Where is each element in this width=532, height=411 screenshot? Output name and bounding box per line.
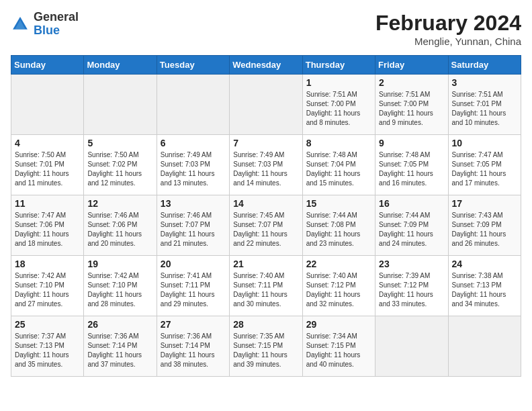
calendar-cell — [157, 75, 229, 135]
weekday-header-thursday: Thursday — [302, 56, 375, 75]
logo-blue: Blue — [34, 24, 60, 37]
day-info: Sunrise: 7:43 AMSunset: 7:09 PMDaylight:… — [452, 211, 517, 248]
day-info: Sunrise: 7:36 AMSunset: 7:14 PMDaylight:… — [87, 332, 152, 369]
logo-general: General — [34, 10, 79, 24]
day-number: 23 — [379, 259, 444, 269]
day-number: 3 — [452, 77, 517, 88]
calendar-cell — [11, 75, 84, 135]
calendar-table: SundayMondayTuesdayWednesdayThursdayFrid… — [11, 55, 521, 377]
day-number: 24 — [452, 259, 517, 269]
day-info: Sunrise: 7:46 AMSunset: 7:06 PMDaylight:… — [87, 211, 152, 248]
day-info: Sunrise: 7:44 AMSunset: 7:08 PMDaylight:… — [306, 211, 371, 248]
day-number: 21 — [233, 259, 298, 269]
weekday-header-monday: Monday — [84, 56, 157, 75]
calendar-cell: 19Sunrise: 7:42 AMSunset: 7:10 PMDayligh… — [84, 256, 157, 316]
page-header: General Blue February 2024 Menglie, Yunn… — [11, 11, 521, 47]
day-info: Sunrise: 7:40 AMSunset: 7:11 PMDaylight:… — [233, 271, 298, 309]
calendar-cell: 16Sunrise: 7:44 AMSunset: 7:09 PMDayligh… — [375, 195, 448, 256]
day-number: 8 — [306, 138, 371, 148]
day-number: 5 — [87, 138, 152, 148]
calendar-cell: 25Sunrise: 7:37 AMSunset: 7:13 PMDayligh… — [11, 316, 84, 377]
logo: General Blue — [11, 11, 79, 38]
calendar-cell: 6Sunrise: 7:49 AMSunset: 7:03 PMDaylight… — [157, 135, 229, 195]
day-info: Sunrise: 7:39 AMSunset: 7:12 PMDaylight:… — [379, 271, 444, 309]
calendar-cell — [375, 316, 448, 377]
calendar-cell: 1Sunrise: 7:51 AMSunset: 7:00 PMDaylight… — [302, 75, 375, 135]
day-number: 29 — [306, 319, 371, 330]
day-info: Sunrise: 7:36 AMSunset: 7:14 PMDaylight:… — [161, 332, 226, 369]
day-number: 14 — [233, 198, 298, 209]
day-info: Sunrise: 7:49 AMSunset: 7:03 PMDaylight:… — [161, 150, 226, 188]
calendar-cell — [230, 75, 302, 135]
day-info: Sunrise: 7:42 AMSunset: 7:10 PMDaylight:… — [87, 271, 152, 309]
calendar-cell: 9Sunrise: 7:48 AMSunset: 7:05 PMDaylight… — [375, 135, 448, 195]
calendar-cell: 18Sunrise: 7:42 AMSunset: 7:10 PMDayligh… — [11, 256, 84, 316]
day-number: 28 — [233, 319, 298, 330]
day-info: Sunrise: 7:47 AMSunset: 7:05 PMDaylight:… — [452, 150, 517, 188]
weekday-header-wednesday: Wednesday — [230, 56, 302, 75]
weekday-header-row: SundayMondayTuesdayWednesdayThursdayFrid… — [11, 56, 521, 75]
calendar-cell: 14Sunrise: 7:45 AMSunset: 7:07 PMDayligh… — [230, 195, 302, 256]
day-number: 2 — [379, 77, 444, 88]
calendar-cell — [84, 75, 157, 135]
day-info: Sunrise: 7:51 AMSunset: 7:00 PMDaylight:… — [306, 90, 371, 128]
calendar-week-row: 25Sunrise: 7:37 AMSunset: 7:13 PMDayligh… — [11, 316, 521, 377]
calendar-cell: 8Sunrise: 7:48 AMSunset: 7:04 PMDaylight… — [302, 135, 375, 195]
location-subtitle: Menglie, Yunnan, China — [375, 36, 521, 47]
day-info: Sunrise: 7:45 AMSunset: 7:07 PMDaylight:… — [233, 211, 298, 248]
day-number: 13 — [161, 198, 226, 209]
day-info: Sunrise: 7:44 AMSunset: 7:09 PMDaylight:… — [379, 211, 444, 248]
day-number: 15 — [306, 198, 371, 209]
calendar-cell: 12Sunrise: 7:46 AMSunset: 7:06 PMDayligh… — [84, 195, 157, 256]
calendar-cell: 13Sunrise: 7:46 AMSunset: 7:07 PMDayligh… — [157, 195, 229, 256]
day-number: 25 — [15, 319, 80, 330]
weekday-header-saturday: Saturday — [448, 56, 521, 75]
title-area: February 2024 Menglie, Yunnan, China — [375, 11, 521, 47]
calendar-cell: 29Sunrise: 7:34 AMSunset: 7:15 PMDayligh… — [302, 316, 375, 377]
day-number: 12 — [87, 198, 152, 209]
calendar-cell: 23Sunrise: 7:39 AMSunset: 7:12 PMDayligh… — [375, 256, 448, 316]
calendar-cell: 10Sunrise: 7:47 AMSunset: 7:05 PMDayligh… — [448, 135, 521, 195]
calendar-week-row: 18Sunrise: 7:42 AMSunset: 7:10 PMDayligh… — [11, 256, 521, 316]
day-number: 16 — [379, 198, 444, 209]
day-info: Sunrise: 7:34 AMSunset: 7:15 PMDaylight:… — [306, 332, 371, 369]
day-info: Sunrise: 7:38 AMSunset: 7:13 PMDaylight:… — [452, 271, 517, 309]
calendar-cell: 3Sunrise: 7:51 AMSunset: 7:01 PMDaylight… — [448, 75, 521, 135]
day-info: Sunrise: 7:51 AMSunset: 7:00 PMDaylight:… — [379, 90, 444, 128]
day-number: 20 — [161, 259, 226, 269]
day-number: 1 — [306, 77, 371, 88]
day-number: 6 — [161, 138, 226, 148]
day-info: Sunrise: 7:40 AMSunset: 7:12 PMDaylight:… — [306, 271, 371, 309]
day-info: Sunrise: 7:47 AMSunset: 7:06 PMDaylight:… — [15, 211, 80, 248]
day-info: Sunrise: 7:48 AMSunset: 7:05 PMDaylight:… — [379, 150, 444, 188]
calendar-week-row: 11Sunrise: 7:47 AMSunset: 7:06 PMDayligh… — [11, 195, 521, 256]
weekday-header-sunday: Sunday — [11, 56, 84, 75]
calendar-cell: 20Sunrise: 7:41 AMSunset: 7:11 PMDayligh… — [157, 256, 229, 316]
day-info: Sunrise: 7:37 AMSunset: 7:13 PMDaylight:… — [15, 332, 80, 369]
calendar-cell: 17Sunrise: 7:43 AMSunset: 7:09 PMDayligh… — [448, 195, 521, 256]
day-number: 19 — [87, 259, 152, 269]
calendar-cell: 5Sunrise: 7:50 AMSunset: 7:02 PMDaylight… — [84, 135, 157, 195]
month-year-title: February 2024 — [375, 11, 521, 36]
day-info: Sunrise: 7:41 AMSunset: 7:11 PMDaylight:… — [161, 271, 226, 309]
calendar-cell: 4Sunrise: 7:50 AMSunset: 7:01 PMDaylight… — [11, 135, 84, 195]
day-number: 18 — [15, 259, 80, 269]
calendar-cell: 15Sunrise: 7:44 AMSunset: 7:08 PMDayligh… — [302, 195, 375, 256]
day-number: 10 — [452, 138, 517, 148]
calendar-cell: 24Sunrise: 7:38 AMSunset: 7:13 PMDayligh… — [448, 256, 521, 316]
day-info: Sunrise: 7:51 AMSunset: 7:01 PMDaylight:… — [452, 90, 517, 128]
day-number: 9 — [379, 138, 444, 148]
calendar-cell: 7Sunrise: 7:49 AMSunset: 7:03 PMDaylight… — [230, 135, 302, 195]
day-info: Sunrise: 7:50 AMSunset: 7:01 PMDaylight:… — [15, 150, 80, 188]
day-number: 7 — [233, 138, 298, 148]
calendar-cell: 22Sunrise: 7:40 AMSunset: 7:12 PMDayligh… — [302, 256, 375, 316]
calendar-week-row: 1Sunrise: 7:51 AMSunset: 7:00 PMDaylight… — [11, 75, 521, 135]
day-info: Sunrise: 7:46 AMSunset: 7:07 PMDaylight:… — [161, 211, 226, 248]
day-number: 26 — [87, 319, 152, 330]
weekday-header-friday: Friday — [375, 56, 448, 75]
calendar-cell: 2Sunrise: 7:51 AMSunset: 7:00 PMDaylight… — [375, 75, 448, 135]
logo-icon — [11, 15, 30, 34]
day-number: 11 — [15, 198, 80, 209]
day-info: Sunrise: 7:50 AMSunset: 7:02 PMDaylight:… — [87, 150, 152, 188]
logo-text: General Blue — [34, 11, 79, 38]
